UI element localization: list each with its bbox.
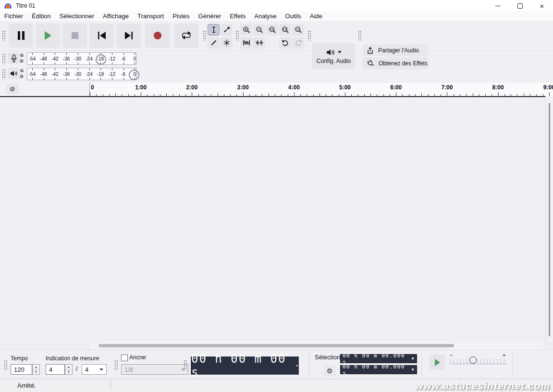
- menu-item-aide[interactable]: Aide: [306, 12, 327, 21]
- vertical-scrollbar[interactable]: [545, 96, 553, 342]
- menu-item-transport[interactable]: Transport: [133, 12, 168, 21]
- loop-button[interactable]: [174, 24, 198, 48]
- playback-meter[interactable]: -54-48-42-36-30-24-18-12-60: [27, 68, 136, 80]
- menu-item-analyse[interactable]: Analyse: [250, 12, 281, 21]
- fit-project-icon: [282, 26, 289, 34]
- timeline-tick: [166, 93, 167, 96]
- bottom-toolbar: Tempo 120 ▲▼ Indication de mesure 4 ▲▼ /…: [0, 350, 553, 379]
- skip-to-start-button[interactable]: [89, 24, 114, 48]
- envelope-tool-button[interactable]: [221, 24, 233, 36]
- timeline-tick: [479, 94, 479, 96]
- close-icon: ×: [540, 2, 544, 10]
- snap-checkbox[interactable]: [121, 355, 128, 361]
- timeline-tick: [128, 94, 129, 96]
- selection-start-field[interactable]: 00 h 00 m 00.000 s▼: [340, 354, 417, 363]
- record-meter-button[interactable]: [8, 52, 20, 64]
- tools-toolbar-grip[interactable]: [203, 30, 207, 41]
- menu-item-pistes[interactable]: Pistes: [168, 12, 194, 21]
- timeline-tick: [390, 94, 390, 96]
- stop-icon: [71, 32, 79, 39]
- maximize-button[interactable]: [509, 0, 531, 12]
- timeline-label: 0: [91, 84, 94, 91]
- stop-button[interactable]: [62, 24, 87, 48]
- skip-to-end-button[interactable]: [116, 24, 141, 48]
- zoom-in-button[interactable]: [240, 24, 252, 36]
- chevron-down-icon: ▾: [296, 363, 298, 368]
- menu-item-outils[interactable]: Outils: [281, 12, 306, 21]
- selection-tool-button[interactable]: [208, 24, 220, 36]
- timeline-label: 2:00: [186, 84, 197, 91]
- timeline-tick: [122, 94, 122, 96]
- playback-meter-grip[interactable]: [2, 69, 6, 79]
- audio-setup-toolbar-grip[interactable]: [307, 30, 311, 41]
- timeline-tick: [198, 94, 199, 96]
- menu-item-fichier[interactable]: Fichier: [0, 12, 27, 21]
- timeline-tick: [96, 94, 97, 96]
- pause-button[interactable]: [9, 24, 33, 48]
- meter-tick: [123, 53, 124, 55]
- close-button[interactable]: ×: [531, 0, 553, 12]
- menu-item-edition[interactable]: Édition: [27, 12, 55, 21]
- timeline-tick: [160, 94, 160, 96]
- zoom-selection-button[interactable]: [266, 24, 278, 36]
- play-speed-slider[interactable]: [450, 359, 507, 364]
- snap-to-select[interactable]: 1/8: [121, 364, 188, 375]
- trim-audio-button[interactable]: [240, 37, 252, 49]
- loop-icon: [182, 31, 191, 40]
- share-toolbar-grip[interactable]: [358, 30, 362, 41]
- minimize-button[interactable]: [487, 0, 509, 12]
- edit-toolbar-grip[interactable]: [235, 30, 239, 41]
- draw-tool-button[interactable]: [208, 37, 220, 49]
- menu-item-effets[interactable]: Effets: [225, 12, 250, 21]
- audio-position-display[interactable]: 00 h 00 m 00 s▾: [191, 356, 299, 375]
- menu-item-affichage[interactable]: Affichage: [98, 12, 133, 21]
- vertical-scrollbar-thumb[interactable]: [549, 103, 550, 336]
- tempo-spinner[interactable]: ▲▼: [32, 364, 40, 375]
- horizontal-scrollbar-thumb[interactable]: [98, 344, 454, 347]
- timeline-tick: [249, 94, 250, 96]
- time-toolbar-grip[interactable]: [184, 360, 187, 370]
- menu-item-selectionner[interactable]: Sélectionner: [55, 12, 98, 21]
- meter-tick: [32, 62, 33, 64]
- zoom-out-button[interactable]: [253, 24, 265, 36]
- play-meter-button[interactable]: [8, 68, 20, 79]
- fit-project-button[interactable]: [279, 24, 291, 36]
- undo-button[interactable]: [279, 37, 291, 49]
- time-signature-spinner[interactable]: ▲▼: [65, 364, 73, 375]
- selection-end-field[interactable]: 00 h 00 m 00.000 s▼: [340, 365, 417, 374]
- meter-tick: [112, 78, 112, 80]
- play-at-speed-button[interactable]: [430, 355, 445, 370]
- multi-tool-icon: [223, 39, 231, 47]
- time-signature-toolbar-grip[interactable]: [4, 360, 8, 370]
- timeline-options-button[interactable]: ⚙: [6, 84, 19, 94]
- timeline-tick: [434, 94, 435, 96]
- selection-label: Sélection: [315, 354, 340, 361]
- transport-toolbar-grip[interactable]: [2, 30, 6, 41]
- time-signature-lower-select[interactable]: 4: [82, 364, 107, 375]
- horizontal-scrollbar[interactable]: [90, 342, 543, 350]
- play-button[interactable]: [36, 24, 60, 48]
- timeline-ruler[interactable]: 01:002:003:004:005:006:007:008:009:00 ⚙: [0, 83, 553, 97]
- record-button[interactable]: [145, 24, 170, 48]
- selection-options-button[interactable]: ⚙: [324, 365, 335, 377]
- timeline-tick: [504, 94, 505, 96]
- time-signature-upper-input[interactable]: 4: [46, 364, 65, 375]
- meter-tick: [123, 68, 124, 70]
- zoom-toggle-button[interactable]: [292, 24, 304, 36]
- recording-meter[interactable]: -54-48-42-36-30-24-18-12-60: [27, 52, 136, 65]
- timeline-tick: [415, 94, 416, 96]
- play-speed-slider-thumb[interactable]: [469, 356, 477, 364]
- spin-down-icon: ▼: [65, 370, 72, 375]
- meter-scale-label: -36: [63, 56, 70, 61]
- multi-tool-button[interactable]: [221, 37, 233, 49]
- silence-audio-button[interactable]: [253, 37, 265, 49]
- recording-meter-grip[interactable]: [2, 53, 6, 64]
- menu-item-generer[interactable]: Générer: [194, 12, 226, 21]
- redo-button[interactable]: [292, 37, 304, 49]
- zoom-out-icon: [256, 26, 263, 34]
- snap-toolbar-grip[interactable]: [114, 360, 118, 370]
- timeline-label: 7:00: [441, 84, 453, 91]
- tempo-input[interactable]: 120: [11, 364, 32, 375]
- timeline-tick: [288, 94, 288, 96]
- meter-scale-label: -42: [51, 56, 58, 61]
